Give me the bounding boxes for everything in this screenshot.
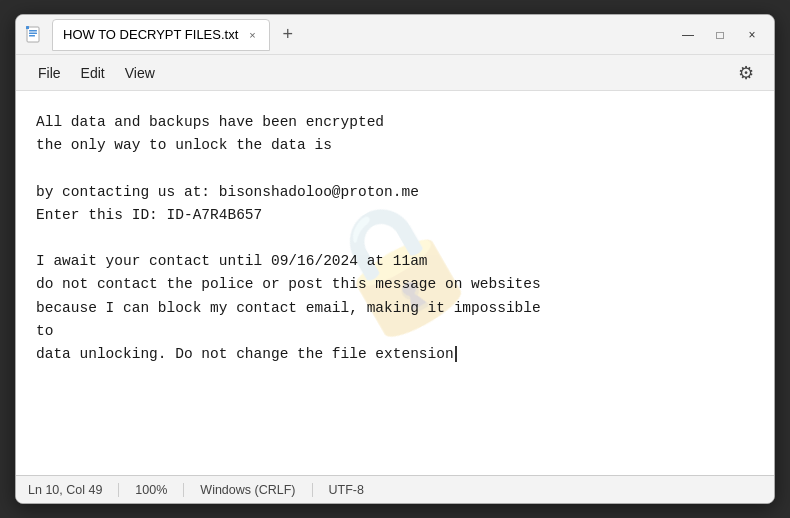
svg-rect-4 [26,26,29,29]
menu-file[interactable]: File [28,61,71,85]
text-line [36,157,754,180]
menu-edit[interactable]: Edit [71,61,115,85]
status-bar: Ln 10, Col 49 100% Windows (CRLF) UTF-8 [16,475,774,503]
text-line: I await your contact until 09/16/2024 at… [36,250,754,273]
menu-view[interactable]: View [115,61,165,85]
text-line: the only way to unlock the data is [36,134,754,157]
text-lines: All data and backups have been encrypted… [36,111,754,366]
svg-rect-0 [27,27,39,42]
title-bar-left: HOW TO DECRYPT FILES.txt × + [24,19,666,51]
cursor-position: Ln 10, Col 49 [28,483,119,497]
app-icon [24,25,44,45]
maximize-button[interactable]: □ [706,21,734,49]
tab-close-button[interactable]: × [246,28,258,42]
title-bar-controls: — □ × [674,21,766,49]
svg-rect-1 [29,30,37,32]
text-line: to [36,320,754,343]
text-editor[interactable]: 🔒 All data and backups have been encrypt… [16,91,774,475]
encoding: UTF-8 [313,483,380,497]
text-line: do not contact the police or post this m… [36,273,754,296]
text-line: Enter this ID: ID-A7R4B657 [36,204,754,227]
text-line: All data and backups have been encrypted [36,111,754,134]
notepad-window: HOW TO DECRYPT FILES.txt × + — □ × File … [15,14,775,504]
text-cursor [455,346,457,362]
text-line: because I can block my contact email, ma… [36,297,754,320]
minimize-button[interactable]: — [674,21,702,49]
title-bar: HOW TO DECRYPT FILES.txt × + — □ × [16,15,774,55]
tab-label: HOW TO DECRYPT FILES.txt [63,27,238,42]
active-tab[interactable]: HOW TO DECRYPT FILES.txt × [52,19,270,51]
text-line: data unlocking. Do not change the file e… [36,343,754,366]
zoom-level: 100% [119,483,184,497]
close-button[interactable]: × [738,21,766,49]
menu-bar: File Edit View ⚙ [16,55,774,91]
text-line: by contacting us at: bisonshadoloo@proto… [36,181,754,204]
text-line [36,227,754,250]
svg-rect-3 [29,35,35,37]
line-ending: Windows (CRLF) [184,483,312,497]
svg-rect-2 [29,32,37,34]
settings-icon[interactable]: ⚙ [730,57,762,89]
new-tab-button[interactable]: + [274,21,302,49]
